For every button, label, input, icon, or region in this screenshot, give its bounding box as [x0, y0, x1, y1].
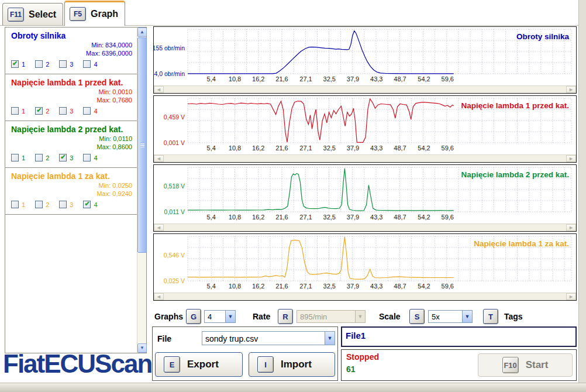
checkbox-icon[interactable]: ✔: [35, 107, 43, 115]
scroll-left-icon[interactable]: ◄: [154, 293, 164, 300]
graphs-count-select[interactable]: 4 ▼: [204, 310, 236, 323]
graph-checkbox-2[interactable]: 2: [35, 60, 49, 68]
scroll-right-icon[interactable]: ►: [566, 293, 576, 300]
parameter-group: Obroty silnika Min: 834,0000 Max: 6396,0…: [5, 27, 137, 74]
checkbox-icon[interactable]: [83, 107, 91, 115]
checkbox-icon[interactable]: [35, 154, 43, 161]
checkbox-icon[interactable]: [59, 60, 67, 68]
x-tick-label: 48,7: [394, 75, 406, 82]
chart-title: Napięcie lambda 1 przed kat.: [461, 101, 569, 110]
scroll-right-icon[interactable]: ►: [566, 155, 576, 162]
graph-checkbox-1[interactable]: 1: [11, 154, 25, 161]
scroll-right-icon[interactable]: ►: [566, 224, 576, 231]
window-status-bar: [0, 383, 586, 392]
checkbox-icon[interactable]: ✔: [83, 201, 91, 208]
scale-select[interactable]: 5x ▼: [428, 310, 473, 323]
checkbox-icon[interactable]: [35, 60, 43, 68]
scroll-down-icon[interactable]: ▼: [137, 343, 147, 353]
checkbox-icon[interactable]: ✔: [59, 154, 67, 161]
graph-checkbox-3[interactable]: 3: [59, 107, 73, 115]
x-tick-label: 21,6: [275, 283, 288, 290]
graph-checkbox-2[interactable]: ✔2: [35, 107, 49, 115]
checkbox-icon[interactable]: [11, 107, 19, 115]
y-axis-label: 0,518 V: [164, 183, 185, 190]
checkbox-icon[interactable]: [59, 107, 67, 115]
checkbox-icon[interactable]: [83, 60, 91, 68]
checkbox-icon[interactable]: [83, 154, 91, 161]
x-tick-label: 59,6: [442, 145, 454, 152]
checkbox-icon[interactable]: [11, 201, 19, 208]
scrollbar-thumb[interactable]: [137, 37, 147, 253]
data-series-line: [188, 99, 454, 142]
chart-scrollbar[interactable]: ◄ ►: [154, 85, 576, 93]
checkbox-number: 4: [94, 154, 97, 161]
file-select[interactable]: sondy trup.csv ▼: [202, 331, 335, 345]
tags-key-button[interactable]: T: [483, 309, 498, 324]
x-tick-label: 32,5: [323, 75, 336, 82]
graph-checkbox-1[interactable]: 1: [11, 107, 25, 115]
checkbox-number: 2: [46, 201, 49, 208]
x-tick-label: 37,9: [347, 283, 359, 290]
file-label: File: [157, 334, 171, 343]
rate-value: 895/min: [300, 312, 327, 321]
tab-graph[interactable]: F5 Graph: [64, 1, 125, 26]
tab-select-label: Select: [29, 9, 56, 20]
x-tick-label: 37,9: [347, 145, 359, 152]
chart-title: Obroty silnika: [516, 32, 570, 41]
parameter-max: Max: 0,9240: [96, 190, 132, 197]
chart-scrollbar[interactable]: ◄ ►: [154, 223, 576, 231]
graph-checkbox-4[interactable]: 4: [83, 154, 97, 161]
tab-graph-label: Graph: [91, 9, 118, 19]
scroll-left-icon[interactable]: ◄: [154, 224, 164, 231]
graph-checkbox-3[interactable]: 3: [59, 201, 73, 208]
chart-scrollbar[interactable]: ◄ ►: [154, 293, 576, 300]
graph-checkbox-4[interactable]: 4: [83, 60, 97, 68]
x-tick-label: 37,9: [347, 214, 359, 221]
sidebar-scrollbar[interactable]: ▲ ▼: [137, 27, 146, 353]
checkbox-number: 2: [46, 61, 49, 68]
graph-checkbox-4[interactable]: ✔4: [83, 201, 97, 208]
scroll-left-icon[interactable]: ◄: [154, 155, 164, 162]
graph-checkbox-2[interactable]: 2: [35, 154, 49, 161]
import-button[interactable]: I Import: [249, 352, 335, 377]
graph-checkbox-4[interactable]: 4: [83, 107, 97, 115]
parameter-group: Napięcie lambda 1 za kat. Min: 0,0250 Ma…: [5, 168, 137, 215]
checkbox-number: 1: [22, 154, 25, 161]
tab-select[interactable]: F11 Select: [2, 3, 63, 25]
export-button[interactable]: E Export: [155, 352, 243, 377]
scroll-right-icon[interactable]: ►: [566, 86, 576, 93]
x-tick-label: 54,2: [418, 214, 430, 221]
export-button-label: Export: [187, 359, 219, 370]
start-button[interactable]: F10 Start: [478, 353, 573, 377]
graph-checkbox-3[interactable]: 3: [59, 60, 73, 68]
rate-key-button[interactable]: R: [278, 309, 293, 324]
chevron-down-icon[interactable]: ▼: [462, 311, 472, 322]
checkbox-icon[interactable]: ✔: [11, 60, 19, 68]
graph-checkbox-1[interactable]: 1: [11, 201, 25, 208]
fiatecuscan-window: F11 Select F5 Graph Obroty silnika Min: …: [0, 0, 586, 392]
checkbox-icon[interactable]: [35, 201, 43, 208]
graph-checkbox-1[interactable]: ✔1: [11, 60, 25, 68]
chart-panel: 5,410,816,221,627,132,537,943,348,754,25…: [153, 26, 577, 94]
checkbox-icon[interactable]: [11, 154, 19, 161]
i-key-icon: I: [257, 356, 274, 373]
checkbox-icon[interactable]: [59, 201, 67, 208]
graph-checkbox-2[interactable]: 2: [35, 201, 49, 208]
x-tick-label: 10,8: [229, 145, 241, 152]
graphs-label: Graphs: [154, 312, 183, 321]
fiatecuscan-logo: FiatECUScan: [3, 349, 151, 379]
chevron-down-icon[interactable]: ▼: [225, 311, 235, 322]
y-axis-label: 834,0 obr/min: [154, 70, 185, 77]
scroll-left-icon[interactable]: ◄: [154, 86, 164, 93]
graph-checkbox-3[interactable]: ✔3: [59, 154, 73, 161]
f10-key-icon: F10: [502, 357, 519, 373]
chevron-down-icon[interactable]: ▼: [325, 332, 335, 345]
x-tick-label: 37,9: [347, 75, 359, 82]
scroll-up-icon[interactable]: ▲: [137, 27, 147, 37]
y-axis-label: 4155 obr/min: [154, 44, 185, 51]
x-tick-label: 27,1: [299, 283, 312, 290]
x-tick-label: 16,2: [252, 145, 264, 152]
scale-key-button[interactable]: S: [409, 309, 425, 324]
graphs-key-button[interactable]: G: [186, 309, 201, 324]
chart-scrollbar[interactable]: ◄ ►: [154, 154, 576, 162]
